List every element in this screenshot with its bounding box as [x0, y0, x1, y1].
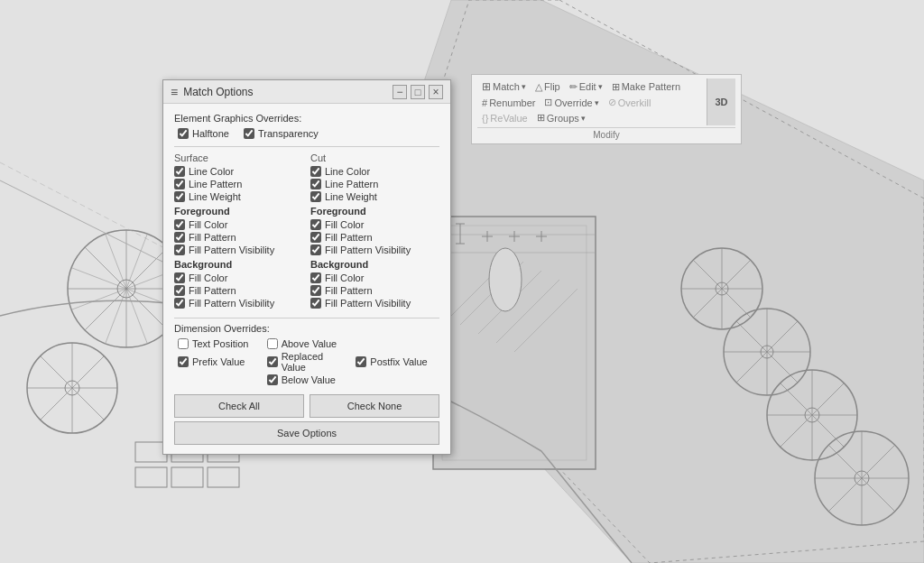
make-pattern-button[interactable]: ⊞ Make Pattern	[607, 79, 685, 95]
edit-button[interactable]: ✏ Edit ▾	[565, 79, 607, 95]
surface-background-header: Background	[174, 259, 303, 270]
overkill-button[interactable]: ⊘ Overkill	[604, 95, 656, 110]
cut-header: Cut	[310, 152, 439, 163]
toolbar-label: Modify	[477, 127, 735, 140]
transparency-checkbox[interactable]: Transparency	[244, 128, 319, 139]
flip-icon: △	[535, 81, 542, 93]
close-button[interactable]: ×	[429, 85, 443, 99]
match-button[interactable]: ⊞ Match ▾	[477, 78, 531, 95]
c-line-color-checkbox[interactable]: Line Color	[310, 166, 439, 177]
dim-postfix-val-checkbox[interactable]: Postfix Value	[356, 351, 439, 373]
save-options-button[interactable]: Save Options	[174, 421, 439, 445]
override-button[interactable]: ⊡ Override ▾	[540, 95, 603, 110]
renumber-icon: #	[482, 97, 487, 108]
dialog-content: Element Graphics Overrides: Halftone Tra…	[163, 104, 450, 454]
cut-column: Cut Line Color Line Pattern Line Weight …	[310, 152, 439, 310]
dialog-title: ≡ Match Options	[171, 85, 254, 99]
3d-button[interactable]: 3D	[707, 78, 735, 125]
svg-point-67	[489, 248, 522, 311]
groups-button[interactable]: ⊞ Groups ▾	[532, 110, 590, 125]
renumber-button[interactable]: # Renumber	[477, 96, 540, 110]
edit-dropdown-icon: ▾	[598, 82, 603, 91]
override-icon: ⊡	[544, 97, 552, 108]
sf-fill-pattern-checkbox[interactable]: Fill Pattern	[174, 232, 303, 243]
revalue-button[interactable]: {} ReValue	[477, 111, 532, 125]
dimension-label: Dimension Overrides:	[174, 323, 439, 334]
dim-below-val-checkbox[interactable]: Below Value	[267, 374, 351, 385]
match-dropdown-icon: ▾	[522, 82, 526, 91]
dimension-options: Text Position Above Value Prefix Value R…	[178, 338, 439, 385]
flip-button[interactable]: △ Flip	[531, 79, 565, 95]
override-dropdown-icon: ▾	[595, 98, 599, 107]
dim-replaced-val-checkbox[interactable]: Replaced Value	[267, 351, 351, 373]
restore-button[interactable]: □	[411, 85, 425, 99]
check-all-button[interactable]: Check All	[174, 394, 304, 418]
make-pattern-icon: ⊞	[612, 81, 620, 93]
cf-fill-pattern-checkbox[interactable]: Fill Pattern	[310, 232, 439, 243]
c-line-pattern-checkbox[interactable]: Line Pattern	[310, 179, 439, 189]
dim-prefix-val-checkbox[interactable]: Prefix Value	[178, 351, 262, 373]
dim-above-val-checkbox[interactable]: Above Value	[267, 338, 351, 349]
surface-header: Surface	[174, 152, 303, 163]
top-checkboxes: Halftone Transparency	[178, 128, 439, 139]
s-line-weight-checkbox[interactable]: Line Weight	[174, 191, 303, 202]
surface-column: Surface Line Color Line Pattern Line Wei…	[174, 152, 303, 310]
groups-dropdown-icon: ▾	[581, 114, 586, 123]
cut-foreground-header: Foreground	[310, 206, 439, 217]
dialog-title-text: Match Options	[183, 86, 253, 98]
cut-background-header: Background	[310, 259, 439, 270]
transparency-label: Transparency	[258, 128, 319, 139]
sb-fill-pattern-checkbox[interactable]: Fill Pattern	[174, 285, 303, 296]
surface-foreground-header: Foreground	[174, 206, 303, 217]
sf-fill-pattern-vis-checkbox[interactable]: Fill Pattern Visibility	[174, 245, 303, 255]
cb-fill-color-checkbox[interactable]: Fill Color	[310, 272, 439, 283]
check-none-button[interactable]: Check None	[310, 394, 439, 418]
check-buttons-row: Check All Check None	[174, 394, 439, 418]
element-graphics-label: Element Graphics Overrides:	[174, 113, 439, 124]
drawing-background	[0, 0, 924, 563]
halftone-label: Halftone	[192, 128, 229, 139]
c-line-weight-checkbox[interactable]: Line Weight	[310, 191, 439, 202]
surface-cut-section: Surface Line Color Line Pattern Line Wei…	[174, 152, 439, 310]
cf-fill-color-checkbox[interactable]: Fill Color	[310, 219, 439, 230]
halftone-checkbox[interactable]: Halftone	[178, 128, 229, 139]
modify-toolbar: ⊞ Match ▾ △ Flip ✏ Edit ▾ ⊞ Make Pattern…	[471, 74, 742, 144]
cb-fill-pattern-vis-checkbox[interactable]: Fill Pattern Visibility	[310, 298, 439, 309]
match-icon: ⊞	[482, 80, 491, 93]
cf-fill-pattern-vis-checkbox[interactable]: Fill Pattern Visibility	[310, 245, 439, 255]
architectural-drawing	[0, 0, 924, 563]
dialog-title-icon: ≡	[171, 85, 178, 99]
cb-fill-pattern-checkbox[interactable]: Fill Pattern	[310, 285, 439, 296]
match-options-dialog: ≡ Match Options − □ × Element Graphics O…	[162, 79, 451, 455]
s-line-color-checkbox[interactable]: Line Color	[174, 166, 303, 177]
overkill-icon: ⊘	[608, 97, 616, 108]
s-line-pattern-checkbox[interactable]: Line Pattern	[174, 179, 303, 189]
edit-icon: ✏	[569, 81, 578, 93]
minimize-button[interactable]: −	[393, 85, 407, 99]
dialog-window-controls: − □ ×	[393, 85, 443, 99]
divider-2	[174, 318, 439, 318]
sb-fill-pattern-vis-checkbox[interactable]: Fill Pattern Visibility	[174, 298, 303, 309]
dialog-titlebar: ≡ Match Options − □ ×	[163, 80, 450, 104]
halftone-input[interactable]	[178, 128, 189, 139]
divider-1	[174, 146, 439, 147]
sb-fill-color-checkbox[interactable]: Fill Color	[174, 272, 303, 283]
sf-fill-color-checkbox[interactable]: Fill Color	[174, 219, 303, 230]
dim-text-pos-checkbox[interactable]: Text Position	[178, 338, 262, 349]
transparency-input[interactable]	[244, 128, 254, 139]
groups-icon: ⊞	[537, 112, 545, 124]
revalue-icon: {}	[482, 113, 488, 124]
